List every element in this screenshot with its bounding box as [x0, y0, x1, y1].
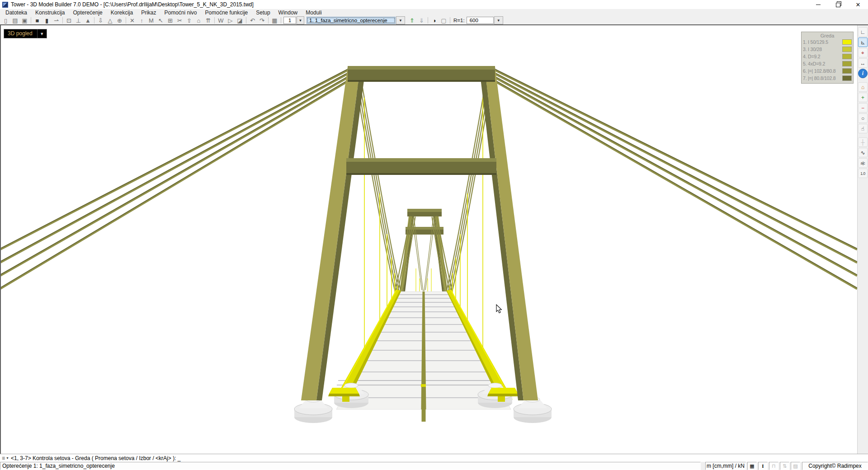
cut-scissors-icon[interactable]: ✂ [175, 16, 184, 24]
pattern-indicator-icon: ▦ [750, 463, 754, 469]
render-solid-icon[interactable]: ■ [33, 16, 42, 24]
send-back-icon[interactable]: ⇓ [417, 16, 426, 24]
import-box-icon[interactable]: ⇩ [96, 16, 105, 24]
mouse-cursor [495, 304, 502, 314]
contrast-icon[interactable]: ◑ [429, 16, 439, 24]
load-case-dropdown-button[interactable]: ▼ [396, 16, 405, 24]
load-case-value[interactable]: 1. 1_faza_simetricno_opterecenje [307, 17, 396, 24]
backstay-cables-left [1, 69, 351, 289]
work-plane-icon[interactable]: ⊡ [64, 16, 74, 24]
coord-axes-icon[interactable]: ∟ [858, 27, 868, 37]
zigzag-icon[interactable]: ∿ [858, 148, 868, 157]
command-prompt[interactable]: <1, 3-7> Kontrola setova - Greda ( Prome… [11, 455, 181, 461]
delete-mesh-icon[interactable]: ✕ [127, 16, 137, 24]
status-load-case: Opterećenje 1: 1_faza_simetricno_opterec… [0, 462, 701, 470]
render-section-icon[interactable]: ▮ [42, 16, 52, 24]
model-viewport[interactable]: 3D pogled ▼ Greda 1. I 50/129.53. I 30/2… [0, 25, 857, 454]
move-point-icon[interactable]: ↖ [156, 16, 165, 24]
menu-pomo-ne-funkcije[interactable]: Pomoćne funkcije [201, 9, 252, 16]
zoom-home-icon[interactable]: ⌂ [858, 82, 868, 92]
near-tower-mid-beam [346, 158, 496, 175]
toolbar-separator [450, 17, 450, 24]
table-grid-icon[interactable]: ▦ [270, 16, 279, 24]
menu-prikaz[interactable]: Prikaz [137, 9, 160, 16]
near-tower-left-leg [301, 67, 366, 400]
zoom-out-icon[interactable]: − [858, 103, 868, 113]
legend-label: 6. |=| 102.8/80.8 [803, 68, 842, 74]
dimension-value-icon[interactable]: 1.0 [858, 169, 868, 178]
extrude-up-icon[interactable]: ⇧ [184, 16, 194, 24]
stairs-icon[interactable]: ⇈ [203, 16, 213, 24]
hatch-indicator[interactable]: ▨ [791, 462, 800, 470]
roof-icon[interactable]: ⌂ [194, 16, 203, 24]
send-forward-icon[interactable]: ⇑ [407, 16, 417, 24]
copy-page-icon[interactable]: ⊞ [165, 16, 175, 24]
text-style-icon[interactable]: a|c [858, 158, 868, 168]
move-up-icon[interactable]: ↑ [137, 16, 146, 24]
toolbar-separator [246, 17, 246, 24]
save-icon[interactable]: ▣ [20, 16, 29, 24]
menu-korekcija[interactable]: Korekcija [107, 9, 137, 16]
toolbar-separator [268, 17, 269, 24]
pattern-indicator[interactable]: ▦ [747, 462, 757, 470]
menu-datoteka[interactable]: Datoteka [1, 9, 31, 16]
node-cone-icon[interactable]: ▲ [83, 16, 93, 24]
angle-mode-icon[interactable]: ⊾ [858, 38, 868, 47]
view-selector-dropdown-button[interactable]: ▼ [37, 29, 47, 38]
legend-row: 5. 4xD=9.2 [803, 61, 852, 66]
minimize-button[interactable] [808, 0, 828, 9]
set-square-icon[interactable]: △ [105, 16, 115, 24]
legend-row: 7. |=| 80.8/102.8 [803, 75, 852, 81]
main-cables [355, 81, 492, 296]
legend-color-swatch [842, 54, 852, 59]
legend-label: 4. D=9.2 [803, 54, 842, 59]
restore-button[interactable] [828, 0, 848, 9]
dimension-line-icon[interactable]: ⇀ [52, 16, 61, 24]
scale-value[interactable]: 600 [467, 17, 494, 24]
menu-setup[interactable]: Setup [252, 9, 274, 16]
eraser-icon[interactable]: ◪ [235, 16, 245, 24]
page-forward-icon[interactable]: ▷ [226, 16, 235, 24]
status-indicators: ▦I⊓⇅▨ [746, 462, 800, 470]
window-title: Tower - 3D Model Builder 7.0 DEMO - [C:\… [11, 1, 254, 8]
near-tower-top-beam [348, 66, 495, 82]
zoom-in-icon[interactable]: + [858, 93, 868, 102]
pan-hand-icon[interactable]: ☝ [858, 124, 868, 133]
updown-indicator[interactable]: ⇅ [780, 462, 789, 470]
status-bar: Opterećenje 1: 1_faza_simetricno_opterec… [0, 462, 868, 470]
selection-frame-icon[interactable]: ▢ [439, 16, 448, 24]
status-copyright: Copyright© Radimpex [802, 462, 868, 470]
menu-konstrukcija[interactable]: Konstrukcija [31, 9, 69, 16]
command-history-icon[interactable]: ≡▼ [2, 455, 9, 461]
snap-target-icon[interactable]: ⌖ [858, 48, 868, 57]
dimension-icon[interactable]: ↔ [858, 58, 868, 68]
menu-window[interactable]: Window [274, 9, 302, 16]
beam-w-icon[interactable]: W [216, 16, 226, 24]
view-selector-value[interactable]: 3D pogled [4, 29, 37, 38]
new-file-icon[interactable]: ▯ [1, 16, 10, 24]
level-spinner[interactable]: 1 [283, 17, 296, 24]
support-icon[interactable]: ⊥ [74, 16, 83, 24]
open-file-icon[interactable]: ▤ [10, 16, 20, 24]
menu-moduli[interactable]: Moduli [302, 9, 326, 16]
status-units[interactable]: m [cm,mm] / kN [705, 462, 746, 470]
polyline-m-icon[interactable]: M [146, 16, 156, 24]
menu-pomo-ni-nivo[interactable]: Pomoćni nivo [160, 9, 201, 16]
level-dropdown-button[interactable]: ▼ [297, 16, 304, 24]
section-indicator[interactable]: ⊓ [769, 462, 778, 470]
ibeam-indicator[interactable]: I [758, 462, 768, 470]
toolbar-separator [281, 17, 281, 24]
undo-icon[interactable]: ↶ [248, 16, 257, 24]
rotate-compass-icon[interactable]: ⊕ [115, 16, 124, 24]
info-icon[interactable]: i [858, 69, 868, 78]
menu-bar: DatotekaKonstrukcijaOpterećenjeKorekcija… [0, 9, 868, 16]
menu-optere-enje[interactable]: Opterećenje [69, 9, 106, 16]
legend-label: 3. I 30/28 [803, 47, 842, 52]
snap-grid-icon[interactable]: ┼ [858, 137, 868, 147]
zoom-window-icon[interactable]: ○ [858, 113, 868, 123]
redo-icon[interactable]: ↷ [257, 16, 267, 24]
scale-dropdown-button[interactable]: ▼ [494, 16, 503, 24]
scale-label: R=1: [453, 18, 465, 23]
close-button[interactable]: ✕ [848, 0, 868, 9]
legend-row: 6. |=| 102.8/80.8 [803, 68, 852, 74]
